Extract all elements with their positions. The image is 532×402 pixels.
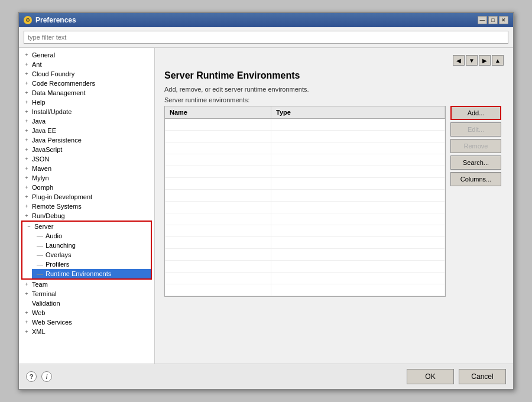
runtime-table: Name Type: [164, 106, 446, 297]
up-button[interactable]: ▲: [492, 55, 504, 66]
expand-icon: +: [24, 99, 30, 105]
info-icon[interactable]: i: [41, 371, 52, 382]
sidebar-item-plugin-development[interactable]: + Plug-in Development: [19, 192, 154, 202]
sidebar-item-label: Code Recommenders: [32, 80, 95, 87]
table-row: [165, 142, 445, 154]
table-row: [165, 213, 445, 225]
search-input[interactable]: [24, 31, 508, 44]
expand-icon: +: [24, 213, 30, 219]
sidebar-item-install-update[interactable]: + Install/Update: [19, 107, 154, 116]
remove-button[interactable]: Remove: [450, 139, 501, 153]
table-row: [165, 237, 445, 249]
sidebar-item-web[interactable]: + Web: [19, 308, 154, 317]
sidebar-item-team[interactable]: + Team: [19, 280, 154, 289]
sidebar-item-label: Validation: [32, 300, 60, 307]
sidebar-item-label: JSON: [32, 155, 49, 163]
title-bar-left: ⚙ Preferences: [24, 16, 76, 24]
sidebar-item-launching[interactable]: — Launching: [32, 241, 151, 250]
sidebar-item-label: Web: [32, 309, 45, 316]
sidebar-item-java-ee[interactable]: + Java EE: [19, 126, 154, 135]
expand-icon: +: [24, 175, 30, 181]
expand-icon: +: [24, 71, 30, 77]
content-description: Add, remove, or edit server runtime envi…: [164, 86, 504, 93]
sidebar-item-ant[interactable]: + Ant: [19, 60, 154, 69]
preferences-icon: ⚙: [24, 16, 32, 24]
sidebar-item-label: Runtime Environments: [46, 270, 111, 277]
expand-icon: +: [24, 90, 30, 96]
search-button[interactable]: Search...: [450, 155, 501, 170]
main-area: + General + Ant + Cloud Foundry + Code R…: [19, 48, 513, 364]
sidebar-item-general[interactable]: + General: [19, 50, 154, 60]
sidebar-item-label: Java EE: [32, 127, 56, 134]
sidebar-item-label: Plug-in Development: [32, 193, 92, 200]
sidebar-item-web-services[interactable]: + Web Services: [19, 317, 154, 327]
sidebar-item-label: Profilers: [46, 261, 69, 268]
sidebar-item-oomph[interactable]: + Oomph: [19, 183, 154, 192]
columns-button[interactable]: Columns...: [450, 172, 501, 186]
edit-button[interactable]: Edit...: [450, 122, 501, 137]
table-row: [165, 225, 445, 237]
sidebar-item-label: Maven: [32, 165, 51, 172]
restore-button[interactable]: □: [488, 16, 498, 24]
action-buttons: Add... Edit... Remove Search... Columns.…: [450, 106, 504, 297]
sidebar-item-audio[interactable]: — Audio: [32, 231, 151, 241]
sidebar-item-javascript[interactable]: + JavaScript: [19, 145, 154, 154]
sidebar-item-label: Mylyn: [32, 174, 49, 181]
sidebar-item-remote-systems[interactable]: + Remote Systems: [19, 202, 154, 211]
sidebar-item-mylyn[interactable]: + Mylyn: [19, 173, 154, 183]
sidebar-item-cloud-foundry[interactable]: + Cloud Foundry: [19, 69, 154, 79]
add-button[interactable]: Add...: [450, 106, 501, 120]
sidebar-item-label: Launching: [46, 242, 76, 249]
expand-icon: +: [24, 52, 30, 58]
expand-icon: +: [24, 310, 30, 316]
minimize-button[interactable]: —: [478, 16, 487, 24]
down-button[interactable]: ▼: [466, 55, 478, 66]
sidebar-item-profilers[interactable]: — Profilers: [32, 260, 151, 269]
close-button[interactable]: ✕: [499, 16, 508, 24]
sidebar-item-label: General: [32, 51, 55, 59]
sidebar-item-java-persistence[interactable]: + Java Persistence: [19, 135, 154, 145]
title-bar: ⚙ Preferences — □ ✕: [19, 13, 513, 27]
table-row: [165, 178, 445, 190]
sidebar-item-help[interactable]: + Help: [19, 98, 154, 107]
expand-icon: +: [24, 61, 30, 67]
forward-button[interactable]: ▶: [479, 55, 491, 66]
sidebar-item-runtime-environments[interactable]: — Runtime Environments: [32, 269, 151, 278]
sidebar-item-label: Ant: [32, 61, 42, 68]
sidebar-item-run-debug[interactable]: + Run/Debug: [19, 211, 154, 221]
table-row: [165, 261, 445, 273]
sidebar-item-label: Run/Debug: [32, 212, 65, 219]
tree-line: —: [37, 251, 43, 258]
sidebar-item-code-recommenders[interactable]: + Code Recommenders: [19, 79, 154, 88]
tree-line: —: [37, 232, 43, 239]
environments-label: Server runtime environments:: [164, 96, 504, 103]
sidebar-item-java[interactable]: + Java: [19, 116, 154, 126]
expand-icon: +: [24, 184, 30, 190]
nav-arrows: ◀ ▼ ▶ ▲: [164, 55, 504, 66]
sidebar-item-overlays[interactable]: — Overlays: [32, 250, 151, 260]
bottom-right: OK Cancel: [407, 369, 506, 384]
sidebar-item-maven[interactable]: + Maven: [19, 164, 154, 173]
server-section: − Server — Audio — Launching —: [21, 221, 152, 280]
bottom-bar: ? i OK Cancel: [19, 364, 513, 389]
sidebar-item-data-management[interactable]: + Data Management: [19, 88, 154, 98]
help-icon[interactable]: ?: [26, 371, 37, 382]
sidebar-item-xml[interactable]: + XML: [19, 327, 154, 336]
expand-icon: +: [24, 156, 30, 162]
ok-button[interactable]: OK: [407, 369, 454, 384]
expand-icon: −: [26, 223, 32, 229]
sidebar-item-label: Remote Systems: [32, 203, 82, 210]
cancel-button[interactable]: Cancel: [459, 369, 506, 384]
sidebar-item-label: Overlays: [46, 251, 71, 258]
server-children: — Audio — Launching — Overlays —: [22, 231, 151, 278]
sidebar-item-label: Audio: [46, 232, 62, 239]
sidebar-item-json[interactable]: + JSON: [19, 154, 154, 164]
expand-icon: +: [24, 137, 30, 143]
expand-icon: +: [24, 80, 30, 86]
back-button[interactable]: ◀: [453, 55, 465, 66]
sidebar-item-server[interactable]: − Server: [22, 222, 151, 231]
sidebar-item-validation[interactable]: Validation: [19, 299, 154, 308]
sidebar-item-terminal[interactable]: + Terminal: [19, 289, 154, 299]
sidebar-item-label: Cloud Foundry: [32, 70, 74, 77]
expand-icon: +: [24, 194, 30, 200]
